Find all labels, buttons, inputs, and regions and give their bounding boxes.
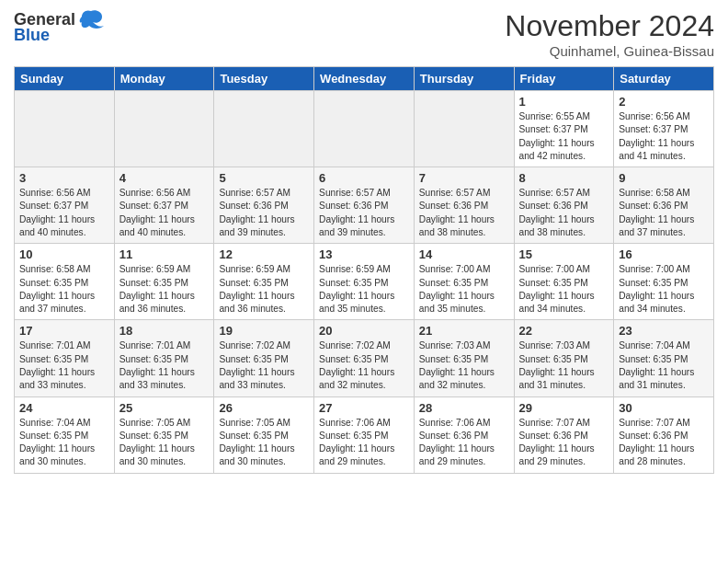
calendar-week-row: 3Sunrise: 6:56 AMSunset: 6:37 PMDaylight… <box>15 167 714 244</box>
day-info: Sunrise: 6:59 AMSunset: 6:35 PMDaylight:… <box>319 263 409 316</box>
day-number: 20 <box>319 324 409 338</box>
calendar-cell: 14Sunrise: 7:00 AMSunset: 6:35 PMDayligh… <box>414 244 514 320</box>
calendar-cell: 17Sunrise: 7:01 AMSunset: 6:35 PMDayligh… <box>15 320 115 396</box>
day-info: Sunrise: 7:03 AMSunset: 6:35 PMDaylight:… <box>419 339 509 392</box>
calendar-cell: 16Sunrise: 7:00 AMSunset: 6:35 PMDayligh… <box>614 244 714 320</box>
day-number: 14 <box>419 247 509 261</box>
day-number: 9 <box>619 171 709 185</box>
calendar-cell: 21Sunrise: 7:03 AMSunset: 6:35 PMDayligh… <box>414 320 514 396</box>
calendar-cell: 18Sunrise: 7:01 AMSunset: 6:35 PMDayligh… <box>114 320 214 396</box>
calendar-cell <box>15 91 115 167</box>
calendar-col-header: Thursday <box>414 67 514 91</box>
location: Quinhamel, Guinea-Bissau <box>505 43 714 59</box>
day-info: Sunrise: 6:56 AMSunset: 6:37 PMDaylight:… <box>19 187 109 239</box>
calendar-cell: 12Sunrise: 6:59 AMSunset: 6:35 PMDayligh… <box>214 244 314 320</box>
day-info: Sunrise: 7:02 AMSunset: 6:35 PMDaylight:… <box>319 339 409 392</box>
calendar-cell: 2Sunrise: 6:56 AMSunset: 6:37 PMDaylight… <box>614 91 714 167</box>
day-number: 23 <box>619 324 709 338</box>
calendar-cell: 22Sunrise: 7:03 AMSunset: 6:35 PMDayligh… <box>514 320 614 396</box>
calendar-week-row: 24Sunrise: 7:04 AMSunset: 6:35 PMDayligh… <box>15 396 714 473</box>
day-number: 1 <box>519 95 609 109</box>
title-block: November 2024 Quinhamel, Guinea-Bissau <box>505 9 714 59</box>
day-number: 24 <box>19 401 109 415</box>
calendar-cell: 19Sunrise: 7:02 AMSunset: 6:35 PMDayligh… <box>214 320 314 396</box>
calendar-week-row: 1Sunrise: 6:55 AMSunset: 6:37 PMDaylight… <box>15 91 714 167</box>
logo: General Blue <box>14 9 104 45</box>
calendar-cell: 26Sunrise: 7:05 AMSunset: 6:35 PMDayligh… <box>214 396 314 473</box>
day-info: Sunrise: 7:00 AMSunset: 6:35 PMDaylight:… <box>619 263 709 316</box>
calendar-week-row: 10Sunrise: 6:58 AMSunset: 6:35 PMDayligh… <box>15 244 714 320</box>
calendar-cell <box>214 91 314 167</box>
calendar-col-header: Tuesday <box>214 67 314 91</box>
calendar-cell: 11Sunrise: 6:59 AMSunset: 6:35 PMDayligh… <box>114 244 214 320</box>
day-number: 15 <box>519 247 609 261</box>
calendar-cell: 23Sunrise: 7:04 AMSunset: 6:35 PMDayligh… <box>614 320 714 396</box>
calendar-cell: 20Sunrise: 7:02 AMSunset: 6:35 PMDayligh… <box>314 320 415 396</box>
calendar-cell: 27Sunrise: 7:06 AMSunset: 6:35 PMDayligh… <box>314 396 415 473</box>
calendar-cell: 29Sunrise: 7:07 AMSunset: 6:36 PMDayligh… <box>514 396 614 473</box>
calendar-cell: 6Sunrise: 6:57 AMSunset: 6:36 PMDaylight… <box>314 167 415 244</box>
day-info: Sunrise: 6:56 AMSunset: 6:37 PMDaylight:… <box>119 187 210 239</box>
day-info: Sunrise: 7:01 AMSunset: 6:35 PMDaylight:… <box>119 339 210 392</box>
day-number: 16 <box>619 247 709 261</box>
calendar-cell: 10Sunrise: 6:58 AMSunset: 6:35 PMDayligh… <box>15 244 115 320</box>
day-number: 21 <box>419 324 509 338</box>
day-info: Sunrise: 7:02 AMSunset: 6:35 PMDaylight:… <box>219 339 309 392</box>
day-number: 29 <box>519 401 609 415</box>
calendar-col-header: Saturday <box>614 67 714 91</box>
day-info: Sunrise: 7:07 AMSunset: 6:36 PMDaylight:… <box>619 417 709 469</box>
day-info: Sunrise: 7:05 AMSunset: 6:35 PMDaylight:… <box>219 417 309 469</box>
day-number: 17 <box>19 324 109 338</box>
day-info: Sunrise: 6:58 AMSunset: 6:36 PMDaylight:… <box>619 187 709 239</box>
day-number: 19 <box>219 324 309 338</box>
day-info: Sunrise: 7:01 AMSunset: 6:35 PMDaylight:… <box>19 339 109 392</box>
calendar-cell: 24Sunrise: 7:04 AMSunset: 6:35 PMDayligh… <box>15 396 115 473</box>
day-info: Sunrise: 6:57 AMSunset: 6:36 PMDaylight:… <box>419 187 509 239</box>
day-number: 12 <box>219 247 309 261</box>
calendar-cell: 15Sunrise: 7:00 AMSunset: 6:35 PMDayligh… <box>514 244 614 320</box>
calendar-cell <box>414 91 514 167</box>
calendar-col-header: Wednesday <box>314 67 415 91</box>
calendar-col-header: Friday <box>514 67 614 91</box>
day-number: 22 <box>519 324 609 338</box>
logo-blue: Blue <box>14 26 50 45</box>
calendar-cell: 25Sunrise: 7:05 AMSunset: 6:35 PMDayligh… <box>114 396 214 473</box>
calendar-cell: 28Sunrise: 7:06 AMSunset: 6:36 PMDayligh… <box>414 396 514 473</box>
day-info: Sunrise: 7:06 AMSunset: 6:35 PMDaylight:… <box>319 417 409 469</box>
calendar: SundayMondayTuesdayWednesdayThursdayFrid… <box>14 66 714 474</box>
calendar-cell <box>114 91 214 167</box>
calendar-cell: 13Sunrise: 6:59 AMSunset: 6:35 PMDayligh… <box>314 244 415 320</box>
calendar-cell: 8Sunrise: 6:57 AMSunset: 6:36 PMDaylight… <box>514 167 614 244</box>
day-number: 25 <box>119 401 210 415</box>
day-number: 30 <box>619 401 709 415</box>
calendar-cell: 30Sunrise: 7:07 AMSunset: 6:36 PMDayligh… <box>614 396 714 473</box>
day-number: 6 <box>319 171 409 185</box>
calendar-header-row: SundayMondayTuesdayWednesdayThursdayFrid… <box>15 67 714 91</box>
calendar-cell <box>314 91 415 167</box>
day-info: Sunrise: 7:07 AMSunset: 6:36 PMDaylight:… <box>519 417 609 469</box>
month-title: November 2024 <box>505 9 714 43</box>
day-number: 4 <box>119 171 210 185</box>
calendar-cell: 1Sunrise: 6:55 AMSunset: 6:37 PMDaylight… <box>514 91 614 167</box>
header: General Blue November 2024 Quinhamel, Gu… <box>14 9 714 59</box>
day-number: 10 <box>19 247 109 261</box>
day-info: Sunrise: 6:59 AMSunset: 6:35 PMDaylight:… <box>119 263 210 316</box>
day-info: Sunrise: 7:00 AMSunset: 6:35 PMDaylight:… <box>419 263 509 316</box>
calendar-cell: 5Sunrise: 6:57 AMSunset: 6:36 PMDaylight… <box>214 167 314 244</box>
day-info: Sunrise: 6:58 AMSunset: 6:35 PMDaylight:… <box>19 263 109 316</box>
day-number: 26 <box>219 401 309 415</box>
day-info: Sunrise: 6:56 AMSunset: 6:37 PMDaylight:… <box>619 110 709 163</box>
day-info: Sunrise: 7:06 AMSunset: 6:36 PMDaylight:… <box>419 417 509 469</box>
day-number: 5 <box>219 171 309 185</box>
day-info: Sunrise: 6:59 AMSunset: 6:35 PMDaylight:… <box>219 263 309 316</box>
calendar-cell: 9Sunrise: 6:58 AMSunset: 6:36 PMDaylight… <box>614 167 714 244</box>
calendar-col-header: Monday <box>114 67 214 91</box>
day-info: Sunrise: 7:03 AMSunset: 6:35 PMDaylight:… <box>519 339 609 392</box>
day-info: Sunrise: 7:04 AMSunset: 6:35 PMDaylight:… <box>19 417 109 469</box>
day-number: 28 <box>419 401 509 415</box>
logo-bird-icon <box>78 9 104 29</box>
calendar-cell: 4Sunrise: 6:56 AMSunset: 6:37 PMDaylight… <box>114 167 214 244</box>
day-number: 13 <box>319 247 409 261</box>
day-info: Sunrise: 6:57 AMSunset: 6:36 PMDaylight:… <box>519 187 609 239</box>
day-number: 27 <box>319 401 409 415</box>
